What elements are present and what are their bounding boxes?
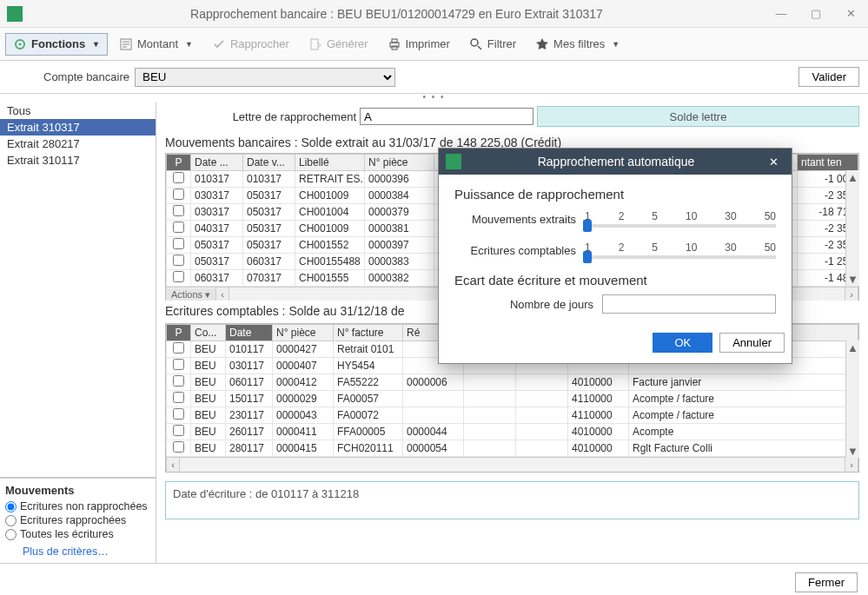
sidebar-item[interactable]: Extrait 310317	[0, 119, 156, 136]
row-check[interactable]	[173, 408, 184, 420]
table-row[interactable]: BEU2601170000411FFA0000500000444010000Ac…	[167, 424, 858, 440]
cell: 4010000	[568, 424, 629, 440]
sidebar-item[interactable]: Tous	[0, 102, 156, 119]
column-header[interactable]: P	[167, 155, 191, 171]
slider-track[interactable]	[585, 255, 776, 259]
resize-handle[interactable]: • • •	[0, 94, 868, 102]
table-row[interactable]: BEU1501170000029FA000574110000Acompte / …	[167, 391, 858, 407]
cell: 0000411	[273, 424, 334, 440]
sidebar-item[interactable]: Extrait 280217	[0, 136, 156, 152]
vscrollbar[interactable]: ▲▼	[845, 170, 859, 286]
cell: 4010000	[568, 440, 629, 457]
minimize-button[interactable]: —	[764, 0, 798, 28]
column-header[interactable]: Libellé	[295, 155, 365, 171]
row-check[interactable]	[173, 188, 184, 200]
cell: 030317	[191, 204, 243, 221]
cell: 280117	[226, 440, 273, 457]
row-check[interactable]	[173, 359, 184, 370]
account-select[interactable]: BEU	[135, 68, 395, 87]
jours-label: Nombre de jours	[454, 298, 593, 311]
maximize-button[interactable]: ▢	[798, 0, 833, 28]
cell: 0000043	[273, 407, 334, 424]
more-criteria-link[interactable]: Plus de critères…	[23, 545, 109, 558]
tick-label: 50	[765, 241, 776, 254]
radio-toutes[interactable]: Toutes les écritures	[5, 528, 150, 540]
search-icon	[469, 37, 483, 51]
rapprocher-button[interactable]: Rapprocher	[204, 33, 297, 56]
caret-icon: ▼	[185, 40, 193, 49]
cell: 0000383	[365, 254, 434, 270]
cell	[464, 440, 516, 457]
table-row[interactable]: BEU2301170000043FA000724110000Acompte / …	[167, 407, 858, 424]
table-row[interactable]: BEU0601170000412FA5522200000064010000Fac…	[167, 374, 858, 391]
row-check[interactable]	[173, 205, 184, 216]
lettre-row: Lettre de rapprochement Solde lettre	[165, 106, 859, 127]
cell: 050317	[243, 221, 295, 237]
vscrollbar[interactable]: ▲▼	[845, 340, 859, 458]
column-header[interactable]: Date	[226, 325, 273, 341]
slider-track[interactable]	[585, 224, 776, 228]
slider-thumb[interactable]	[583, 220, 592, 232]
scroll-left[interactable]: ‹	[215, 288, 229, 301]
row-check[interactable]	[173, 342, 184, 354]
radio-input[interactable]	[5, 501, 17, 512]
row-check[interactable]	[173, 221, 184, 233]
cell: 040317	[191, 221, 243, 237]
row-check[interactable]	[173, 441, 184, 453]
sidebar-item[interactable]: Extrait 310117	[0, 152, 156, 169]
column-header[interactable]: N° pièce	[365, 155, 434, 171]
cell: BEU	[191, 391, 226, 407]
radio-input[interactable]	[5, 515, 17, 526]
column-header[interactable]: Co...	[191, 325, 226, 341]
row-check[interactable]	[173, 392, 184, 403]
column-header[interactable]: Date v...	[243, 155, 295, 171]
row-check[interactable]	[173, 375, 184, 387]
scroll-right[interactable]: ›	[845, 458, 858, 472]
grid1-actions[interactable]: Actions ▾	[166, 288, 215, 301]
radio-input[interactable]	[5, 529, 17, 540]
montant-button[interactable]: Montant ▼	[111, 33, 201, 56]
generer-button[interactable]: Générer	[301, 33, 376, 56]
rapprocher-label: Rapprocher	[230, 37, 289, 50]
column-header[interactable]: N° facture	[334, 325, 403, 341]
imprimer-button[interactable]: Imprimer	[380, 33, 458, 56]
column-header[interactable]: ntant ten	[798, 155, 858, 171]
cell: Facture janvier	[629, 374, 858, 391]
row-check[interactable]	[173, 238, 184, 249]
table-row[interactable]: BEU2801170000415FCH02011100000544010000R…	[167, 440, 858, 457]
cell: Acompte / facture	[629, 391, 858, 407]
modal-section-puissance: Puissance de rapprochement	[454, 187, 776, 202]
row-check[interactable]	[173, 255, 184, 266]
mesfiltres-button[interactable]: Mes filtres ▼	[527, 33, 627, 56]
column-header[interactable]: P	[167, 325, 191, 341]
fonctions-button[interactable]: Fonctions ▼	[5, 33, 108, 56]
fermer-button[interactable]: Fermer	[795, 572, 858, 592]
radio-rapprochees[interactable]: Ecritures rapprochées	[5, 514, 150, 526]
close-button[interactable]: ✕	[833, 0, 868, 28]
modal-close-button[interactable]: ✕	[762, 155, 785, 169]
valider-button[interactable]: Valider	[798, 67, 859, 87]
bottom-bar: Fermer	[0, 563, 868, 595]
lettre-input[interactable]	[360, 108, 533, 125]
cell: 010317	[243, 171, 295, 188]
scroll-right[interactable]: ›	[845, 288, 858, 301]
cell: 0000427	[273, 341, 334, 358]
row-check[interactable]	[173, 425, 184, 436]
column-header[interactable]: Date ...	[191, 155, 243, 171]
cell: 060317	[243, 254, 295, 270]
cell: BEU	[191, 440, 226, 457]
annuler-button[interactable]: Annuler	[719, 333, 785, 353]
filtrer-button[interactable]: Filtrer	[461, 33, 524, 56]
cell: BEU	[191, 424, 226, 440]
ok-button[interactable]: OK	[653, 333, 712, 353]
check-icon	[212, 37, 226, 51]
row-check[interactable]	[173, 271, 184, 282]
column-header[interactable]: N° pièce	[273, 325, 334, 341]
row-check[interactable]	[173, 172, 184, 183]
footer-note: Date d'écriture : de 010117 à 311218	[165, 481, 859, 519]
slider-thumb[interactable]	[583, 251, 592, 263]
caret-icon: ▼	[92, 40, 100, 49]
radio-non-rapprochees[interactable]: Ecritures non rapprochées	[5, 500, 150, 512]
scroll-left[interactable]: ‹	[166, 458, 180, 472]
jours-input[interactable]	[602, 294, 776, 314]
